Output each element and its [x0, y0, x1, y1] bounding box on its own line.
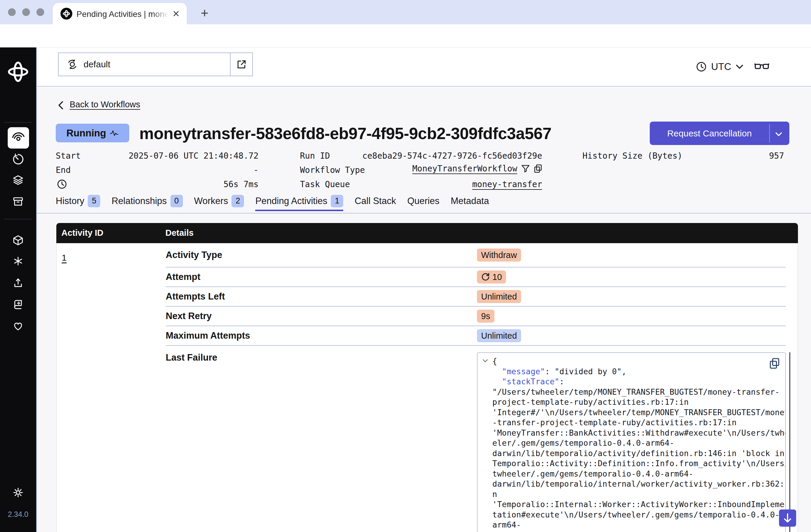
namespace-icon	[66, 58, 78, 70]
status-badge: Running	[56, 124, 129, 142]
start-label: Start	[56, 151, 81, 161]
history-size-value: 957	[769, 151, 784, 161]
detail-row-label: Next Retry	[166, 311, 477, 321]
last-failure-label: Last Failure	[166, 352, 477, 532]
sidebar-item-nexus[interactable]	[11, 255, 25, 268]
arrow-down-icon	[782, 513, 793, 524]
sidebar-item-deployments[interactable]	[11, 173, 25, 187]
tab-history[interactable]: History5	[56, 195, 100, 211]
detail-value-badge: 9s	[477, 309, 494, 323]
window-close-icon[interactable]	[8, 8, 16, 16]
retry-icon	[481, 273, 490, 282]
tab-label: Workers	[194, 196, 228, 207]
history-size-label: History Size (Bytes)	[582, 151, 682, 161]
start-value: 2025-07-06 UTC 21:40:48.72	[129, 151, 259, 161]
detail-value-badge: Unlimited	[477, 329, 521, 342]
task-queue-label: Task Queue	[300, 179, 350, 189]
sidebar-divider	[4, 122, 32, 123]
activity-id-link[interactable]: 1	[62, 253, 67, 263]
temporal-logo-icon[interactable]	[7, 61, 29, 83]
sidebar-item-schedules[interactable]	[11, 152, 25, 166]
sidebar-item-workflows[interactable]	[8, 127, 29, 149]
workflow-page: Back to Workflows Running moneytransfer-…	[37, 87, 811, 532]
app-top-bar: default UTC	[37, 47, 811, 87]
window-zoom-icon[interactable]	[36, 8, 44, 16]
browser-toolbar: localhost:8080/namespaces/default/workfl…	[0, 24, 811, 47]
tab-count-badge: 0	[170, 195, 183, 207]
end-label: End	[56, 165, 71, 175]
detail-value-badge: 10	[477, 271, 506, 284]
detail-row-label: Attempts Left	[166, 291, 477, 302]
tab-pending-activities[interactable]: Pending Activities1	[255, 195, 343, 211]
screen: Pending Activities | moneytrans + localh…	[0, 0, 811, 532]
external-link-icon	[236, 59, 247, 70]
content: default UTC	[37, 47, 811, 532]
heartbeat-icon	[110, 130, 119, 136]
copy-icon[interactable]	[534, 164, 542, 173]
back-chevron-icon	[57, 100, 64, 110]
labs-mode-icon[interactable]	[754, 61, 769, 72]
run-id-value: ce8eba29-574c-4727-9726-fc56ed03f29e	[362, 151, 542, 161]
detail-row-label: Maximum Attempts	[166, 330, 477, 341]
back-to-workflows-link[interactable]: Back to Workflows	[70, 100, 140, 109]
column-details: Details	[165, 228, 194, 238]
workflow-type-label: Workflow Type	[300, 165, 365, 175]
tab-count-badge: 2	[231, 195, 244, 207]
tab-title: Pending Activities | moneytrans	[76, 10, 168, 19]
tab-count-badge: 5	[88, 195, 100, 207]
browser-tab-strip: Pending Activities | moneytrans +	[0, 0, 811, 24]
namespace-name: default	[83, 59, 110, 70]
button-divider	[769, 124, 770, 143]
end-value: -	[254, 165, 259, 175]
json-content: { "message": "divided by 0", "stackTrace…	[492, 356, 786, 532]
chevron-down-icon	[735, 64, 744, 70]
tab-label: Queries	[407, 196, 440, 207]
code-scrollbar[interactable]	[789, 352, 790, 532]
new-tab-button[interactable]: +	[196, 5, 213, 22]
collapse-chevron-icon[interactable]	[482, 359, 488, 363]
cancel-menu-chevron-icon[interactable]	[774, 131, 784, 137]
sidebar-item-feedback[interactable]	[11, 319, 25, 333]
sidebar: 2.34.0	[0, 47, 37, 532]
timezone-selector[interactable]: UTC	[696, 47, 744, 86]
tab-queries[interactable]: Queries	[407, 195, 440, 211]
workflow-type-link[interactable]: MoneyTransferWorkflow	[412, 164, 517, 174]
tab-call-stack[interactable]: Call Stack	[354, 195, 396, 211]
window-minimize-icon[interactable]	[22, 8, 30, 16]
detail-row-next-retry: Next Retry9s	[166, 307, 786, 326]
request-cancellation-button[interactable]: Request Cancellation	[650, 122, 789, 145]
pending-activities-table: 1 Activity TypeWithdrawAttempt10Attempts…	[56, 243, 798, 532]
workflow-id-title: moneytransfer-583e6fd8-eb97-4f95-9cb2-30…	[139, 124, 551, 143]
detail-row-label: Activity Type	[166, 250, 477, 260]
temporal-favicon	[60, 8, 72, 19]
column-activity-id: Activity ID	[61, 228, 104, 238]
timezone-label: UTC	[711, 61, 731, 72]
sidebar-item-namespaces[interactable]	[11, 234, 25, 247]
filter-icon[interactable]	[521, 165, 530, 172]
scroll-to-bottom-button[interactable]	[779, 510, 796, 527]
tab-metadata[interactable]: Metadata	[450, 195, 489, 211]
detail-row-attempts-left: Attempts LeftUnlimited	[166, 287, 786, 307]
tab-separator	[37, 213, 811, 213]
tab-relationships[interactable]: Relationships0	[111, 195, 183, 211]
last-failure-row: Last Failure { "message": "divided by 0"…	[166, 346, 786, 532]
run-id-label: Run ID	[300, 151, 330, 161]
duration-clock-icon	[57, 179, 67, 189]
duration-value: 56s 7ms	[224, 179, 259, 189]
tab-close-icon[interactable]	[172, 10, 180, 18]
detail-row-attempt: Attempt10	[166, 268, 786, 287]
detail-value-badge: Withdraw	[477, 248, 521, 261]
sidebar-item-docs[interactable]	[11, 298, 25, 311]
tab-label: Metadata	[450, 196, 489, 207]
theme-toggle-icon[interactable]	[11, 486, 25, 499]
sidebar-item-import[interactable]	[11, 276, 25, 290]
clock-icon	[696, 61, 707, 72]
tab-workers[interactable]: Workers2	[194, 195, 244, 211]
sidebar-item-batch-operations[interactable]	[11, 195, 25, 209]
task-queue-link[interactable]: money-transfer	[472, 179, 542, 189]
namespace-selector[interactable]: default	[58, 52, 253, 76]
namespace-external-link-button[interactable]	[230, 53, 252, 76]
browser-tab[interactable]: Pending Activities | moneytrans	[53, 3, 187, 24]
status-label: Running	[66, 127, 106, 139]
last-failure-json-viewer[interactable]: { "message": "divided by 0", "stackTrace…	[477, 352, 786, 532]
